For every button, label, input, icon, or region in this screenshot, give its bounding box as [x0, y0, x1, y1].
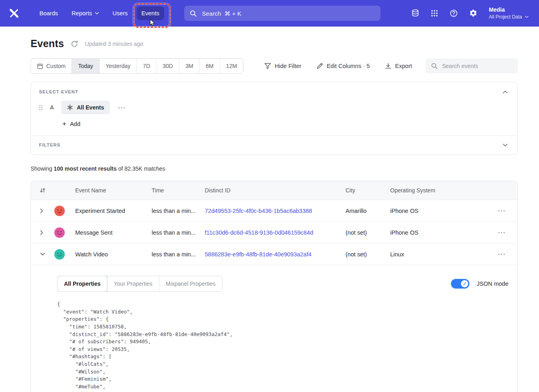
json-mode-toggle[interactable]: ✓	[451, 279, 469, 289]
time-cell: less than a min...	[152, 208, 196, 214]
settings-gear-icon[interactable]	[469, 9, 477, 18]
sort-arrows-icon[interactable]	[40, 188, 51, 193]
global-search-input[interactable]	[201, 10, 375, 17]
table-row[interactable]: Experiment Started less than a min... 72…	[31, 200, 517, 221]
date-range-today[interactable]: Today	[72, 59, 99, 73]
select-event-section: SELECT EVENT	[31, 82, 517, 94]
event-more-button[interactable]: ···	[117, 104, 128, 111]
events-table: Event Name Time Distinct ID City Operati…	[31, 181, 518, 392]
date-range-yesterday[interactable]: Yesterday	[99, 59, 137, 73]
json-mode-label: JSON mode	[477, 281, 508, 287]
collapse-row-button[interactable]	[39, 252, 51, 257]
date-range-picker: Custom Today Yesterday 7D 30D 3M 6M 12M	[31, 58, 243, 74]
edit-columns-label: Edit Columns · 5	[327, 63, 370, 69]
detail-header: All Properties Your Properties Mixpanel …	[57, 276, 508, 292]
column-header-event-name[interactable]: Event Name	[75, 187, 152, 194]
results-highlight: 100 most recent results	[54, 165, 117, 172]
hide-filter-label: Hide Filter	[275, 63, 301, 69]
os-cell: iPhone OS	[390, 208, 487, 214]
add-event-button[interactable]: + Add	[62, 120, 80, 127]
chevron-down-icon	[95, 12, 99, 14]
avatar	[54, 206, 65, 216]
expand-row-button[interactable]	[39, 229, 51, 236]
event-query-row: A All Events ···	[31, 94, 517, 114]
row-more-button[interactable]: ···	[496, 250, 508, 258]
select-event-label: SELECT EVENT	[39, 89, 78, 94]
results-summary: Showing 100 most recent results of 82.35…	[31, 165, 518, 172]
search-events[interactable]	[426, 59, 518, 73]
hide-filter-button[interactable]: Hide Filter	[264, 63, 301, 69]
date-range-7d[interactable]: 7D	[136, 59, 156, 73]
data-management-icon[interactable]	[411, 9, 420, 18]
collapse-section-button[interactable]	[502, 90, 508, 94]
nav-item-events[interactable]: Events	[137, 6, 164, 20]
city-cell: (not set)	[346, 229, 390, 236]
step-letter: A	[49, 104, 54, 111]
date-range-12m[interactable]: 12M	[220, 59, 243, 73]
global-search[interactable]	[184, 6, 381, 21]
column-header-os[interactable]: Operating System	[390, 187, 487, 194]
search-icon	[431, 63, 438, 69]
export-button[interactable]: Export	[385, 63, 412, 69]
download-icon	[385, 63, 391, 69]
date-range-6m[interactable]: 6M	[199, 59, 219, 73]
event-name-cell: Message Sent	[75, 229, 152, 236]
table-row[interactable]: Watch Video less than a min... 5886283e-…	[31, 243, 517, 265]
date-range-custom[interactable]: Custom	[31, 59, 72, 73]
event-name-cell: Watch Video	[75, 251, 152, 258]
refresh-button[interactable]	[70, 39, 79, 48]
check-icon: ✓	[463, 282, 466, 286]
search-events-input[interactable]	[441, 62, 512, 70]
event-selector[interactable]: All Events	[61, 101, 110, 114]
navbar-right: Media All Project Data	[411, 6, 529, 20]
distinct-id-link[interactable]: f11c30d6-dc6d-4518-9136-0d046159c84d	[205, 229, 313, 236]
time-cell: less than a min...	[152, 229, 196, 236]
top-navbar: Boards Reports Users Events	[0, 0, 539, 27]
nav-item-users[interactable]: Users	[108, 6, 133, 20]
os-cell: iPhone OS	[390, 229, 487, 236]
drag-handle-icon[interactable]	[39, 105, 43, 111]
help-icon[interactable]	[449, 9, 458, 18]
json-mode-control: ✓ JSON mode	[451, 279, 508, 289]
mixpanel-logo-icon[interactable]	[9, 8, 19, 19]
page-header: Events Updated 3 minutes ago	[31, 38, 518, 50]
nav-item-events-wrap: Events	[137, 6, 164, 20]
city-cell: Amarillo	[346, 208, 390, 214]
date-range-30d[interactable]: 30D	[156, 59, 179, 73]
project-name: Media	[489, 6, 529, 14]
nav-item-boards[interactable]: Boards	[35, 6, 63, 20]
chevron-down-icon	[525, 16, 529, 18]
event-name-cell: Experiment Started	[75, 208, 152, 214]
expand-filters-button[interactable]	[502, 143, 508, 147]
tab-your-properties[interactable]: Your Properties	[107, 276, 159, 291]
row-more-button[interactable]: ···	[496, 207, 508, 215]
pencil-icon	[317, 63, 323, 69]
distinct-id-link[interactable]: 72d49553-25fc-4f0c-b436-1b5ac6ab3388	[205, 208, 312, 214]
sparkle-icon	[67, 104, 73, 111]
edit-columns-button[interactable]: Edit Columns · 5	[317, 63, 370, 69]
nav-item-reports[interactable]: Reports	[67, 6, 104, 20]
row-more-button[interactable]: ···	[496, 229, 508, 236]
plus-icon: +	[62, 120, 66, 127]
toolbar-actions: Hide Filter Edit Columns · 5 Export	[264, 63, 412, 69]
expand-row-button[interactable]	[39, 207, 51, 215]
date-range-custom-label: Custom	[46, 63, 66, 69]
updated-text: Updated 3 minutes ago	[85, 41, 143, 47]
page-title: Events	[31, 38, 64, 50]
event-detail-panel: All Properties Your Properties Mixpanel …	[31, 265, 517, 392]
column-header-distinct-id[interactable]: Distinct ID	[205, 187, 346, 194]
date-range-3m[interactable]: 3M	[179, 59, 199, 73]
apps-grid-icon[interactable]	[430, 9, 439, 18]
toggle-knob: ✓	[461, 280, 468, 287]
tab-all-properties[interactable]: All Properties	[58, 276, 107, 291]
column-header-city[interactable]: City	[346, 187, 390, 194]
table-row[interactable]: Message Sent less than a min... f11c30d6…	[31, 221, 517, 243]
column-header-time[interactable]: Time	[152, 187, 205, 194]
avatar	[54, 249, 65, 260]
distinct-id-link[interactable]: 5886283e-e9fb-48fb-81de-40e9093a2af4	[205, 251, 311, 258]
project-switcher[interactable]: Media All Project Data	[489, 6, 529, 20]
calendar-icon	[37, 63, 43, 69]
event-json-viewer: { "event": "Watch Video", "properties": …	[57, 301, 508, 392]
chevron-down-icon	[503, 144, 508, 146]
tab-mixpanel-properties[interactable]: Mixpanel Properties	[159, 276, 222, 291]
